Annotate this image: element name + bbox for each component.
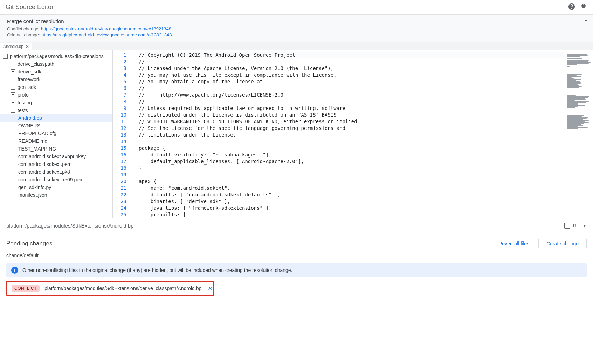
diff-menu-icon[interactable]: ▼ bbox=[582, 223, 587, 228]
tree-file[interactable]: OWNERS bbox=[0, 122, 112, 130]
pending-changes-panel: Pending changes Revert all files Create … bbox=[0, 233, 593, 301]
tree-file[interactable]: com.android.sdkext.avbpubkey bbox=[0, 153, 112, 160]
tree-file[interactable]: com.android.sdkext.pem bbox=[0, 160, 112, 168]
change-name: change/default bbox=[6, 253, 587, 258]
info-banner: i Other non-conflicting files in the ori… bbox=[6, 263, 587, 277]
tree-folder[interactable]: +proto bbox=[0, 91, 112, 99]
file-tree[interactable]: − platform/packages/modules/SdkExtension… bbox=[0, 50, 113, 218]
file-path: platform/packages/modules/SdkExtensions/… bbox=[6, 223, 564, 229]
conflict-badge: CONFLICT bbox=[12, 285, 40, 292]
tree-file[interactable]: gen_sdkinfo.py bbox=[0, 183, 112, 191]
bug-icon[interactable] bbox=[580, 3, 587, 12]
tree-file[interactable]: com.android.sdkext.x509.pem bbox=[0, 176, 112, 183]
tab-bar: Android.bp ✕ bbox=[0, 42, 593, 50]
help-icon[interactable] bbox=[568, 3, 575, 12]
tree-folder[interactable]: +framework bbox=[0, 76, 112, 83]
diff-checkbox[interactable] bbox=[564, 223, 570, 229]
tab-android-bp[interactable]: Android.bp ✕ bbox=[0, 43, 32, 50]
conflict-change-link[interactable]: https://googleplex-android-review.google… bbox=[41, 26, 171, 31]
expand-icon[interactable]: + bbox=[11, 69, 15, 74]
expand-icon[interactable]: + bbox=[11, 77, 15, 82]
revert-all-link[interactable]: Revert all files bbox=[498, 241, 529, 246]
app-title: Git Source Editor bbox=[6, 4, 568, 11]
merge-conflict-panel: Merge conflict resolution Conflict chang… bbox=[0, 15, 593, 42]
diff-label: Diff bbox=[573, 223, 580, 228]
merge-title: Merge conflict resolution bbox=[7, 18, 586, 24]
tree-folder[interactable]: +gen_sdk bbox=[0, 83, 112, 91]
original-change-row: Original change: https://googleplex-andr… bbox=[7, 32, 586, 37]
collapse-toggle-icon[interactable]: ▼ bbox=[584, 18, 588, 23]
minimap[interactable] bbox=[565, 50, 593, 218]
expand-icon[interactable]: + bbox=[11, 62, 15, 66]
expand-icon[interactable]: + bbox=[11, 100, 15, 105]
tree-folder[interactable]: +derive_sdk bbox=[0, 68, 112, 76]
tree-file[interactable]: TEST_MAPPING bbox=[0, 145, 112, 153]
conflict-change-row: Conflict change: https://googleplex-andr… bbox=[7, 26, 586, 31]
tree-file[interactable]: PREUPLOAD.cfg bbox=[0, 130, 112, 137]
discard-conflict-icon[interactable]: ✕ bbox=[208, 285, 213, 292]
path-bar: platform/packages/modules/SdkExtensions/… bbox=[0, 218, 593, 233]
expand-icon[interactable]: + bbox=[11, 92, 15, 97]
tree-root[interactable]: − platform/packages/modules/SdkExtension… bbox=[0, 52, 112, 60]
code-editor[interactable]: 1234567891011121314151617181920212223242… bbox=[113, 50, 593, 218]
expand-icon[interactable]: + bbox=[11, 108, 15, 113]
line-gutter: 1234567891011121314151617181920212223242… bbox=[113, 50, 130, 218]
tree-file[interactable]: README.md bbox=[0, 137, 112, 145]
app-header: Git Source Editor bbox=[0, 0, 593, 15]
code-content[interactable]: // Copyright (C) 2019 The Android Open S… bbox=[130, 50, 565, 218]
close-tab-icon[interactable]: ✕ bbox=[26, 44, 29, 49]
tree-folder[interactable]: +derive_classpath bbox=[0, 60, 112, 68]
tree-folder[interactable]: +testing bbox=[0, 99, 112, 106]
tree-file[interactable]: manifest.json bbox=[0, 191, 112, 199]
original-change-link[interactable]: https://googleplex-android-review.google… bbox=[41, 32, 172, 37]
create-change-button[interactable]: Create change bbox=[538, 238, 587, 249]
pending-title: Pending changes bbox=[6, 240, 498, 247]
conflict-file-path: platform/packages/modules/SdkExtensions/… bbox=[44, 286, 201, 291]
expand-icon[interactable]: + bbox=[11, 85, 15, 90]
tree-file[interactable]: Android.bp bbox=[0, 114, 112, 122]
info-icon: i bbox=[11, 267, 18, 274]
tree-folder[interactable]: +tests bbox=[0, 106, 112, 114]
conflict-file-row[interactable]: CONFLICT platform/packages/modules/SdkEx… bbox=[6, 281, 214, 296]
tree-file[interactable]: com.android.sdkext.pk8 bbox=[0, 168, 112, 176]
collapse-icon[interactable]: − bbox=[3, 54, 8, 59]
